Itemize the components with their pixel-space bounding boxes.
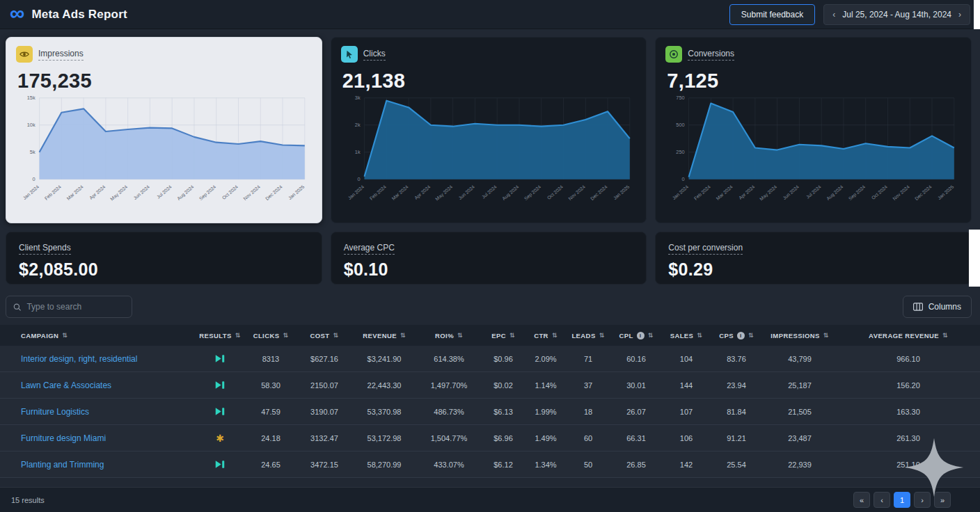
sort-icon: ⇅ (62, 332, 68, 339)
svg-text:Jul 2024: Jul 2024 (156, 184, 173, 200)
svg-text:Jan 2025: Jan 2025 (937, 184, 955, 201)
campaign-link[interactable]: Interior design, right, residential (21, 354, 137, 364)
stat-label: Client Spends (19, 243, 71, 255)
column-label: CLICKS (253, 332, 280, 339)
column-header-cpl[interactable]: CPLi⇅ (610, 332, 663, 339)
submit-feedback-button[interactable]: Submit feedback (729, 4, 815, 25)
campaign-link[interactable]: Furniture Logistics (21, 407, 89, 417)
sort-icon: ⇅ (509, 332, 515, 339)
svg-text:Jan 2024: Jan 2024 (672, 184, 690, 201)
column-header-campaign[interactable]: CAMPAIGN⇅ (0, 332, 195, 339)
chevron-left-icon[interactable]: ‹ (832, 10, 835, 19)
svg-text:5k: 5k (30, 149, 35, 155)
page-edge-strip (974, 0, 980, 29)
svg-text:Apr 2024: Apr 2024 (88, 184, 106, 201)
column-label: SALES (670, 332, 694, 339)
cell-average-revenue: 156.20 (837, 381, 980, 390)
column-header-results[interactable]: RESULTS⇅ (195, 332, 245, 339)
sort-icon: ⇅ (457, 332, 463, 339)
svg-text:Jun 2024: Jun 2024 (782, 184, 800, 201)
active-status-icon[interactable] (214, 354, 226, 363)
stat-label: Average CPC (344, 243, 395, 255)
column-header-revenue[interactable]: REVENUE⇅ (352, 332, 416, 339)
paused-status-icon[interactable]: ✱ (216, 433, 224, 444)
stat-card-cost-per-conversion: Cost per conversion$0.29 (655, 232, 972, 285)
prev-page-button[interactable]: ‹ (874, 492, 890, 508)
column-header-ctr[interactable]: CTR⇅ (525, 332, 567, 339)
sort-icon: ⇅ (552, 332, 558, 339)
cell-ctr: 1.34% (525, 461, 567, 469)
cell-results: ✱ (195, 433, 245, 444)
first-page-button[interactable]: « (853, 492, 870, 508)
column-header-impressions[interactable]: IMPRESSIONS⇅ (763, 332, 837, 339)
column-label: EPC (491, 332, 506, 339)
campaigns-table: CAMPAIGN⇅RESULTS⇅CLICKS⇅COST⇅REVENUE⇅ROI… (0, 325, 980, 478)
column-header-leads[interactable]: LEADS⇅ (567, 332, 610, 339)
svg-text:250: 250 (677, 149, 685, 155)
svg-text:10k: 10k (27, 122, 35, 128)
cell-roi: 1,504.77% (416, 434, 482, 442)
columns-button[interactable]: Columns (903, 296, 972, 318)
cell-sales: 106 (663, 434, 710, 442)
svg-text:Aug 2024: Aug 2024 (501, 184, 521, 202)
conversions-area-chart: 7505002500Jan 2024Feb 2024Mar 2024Apr 20… (665, 94, 961, 222)
column-header-epc[interactable]: EPC⇅ (482, 332, 525, 339)
kpi-value: 21,138 (342, 70, 637, 93)
column-label: CPL (619, 332, 633, 339)
kpi-label: Conversions (688, 49, 734, 61)
cell-sales: 144 (663, 381, 710, 390)
cell-leads: 60 (567, 434, 610, 442)
chevron-right-icon[interactable]: › (958, 10, 961, 19)
campaign-link[interactable]: Furniture design Miami (21, 433, 106, 443)
svg-text:May 2024: May 2024 (759, 184, 778, 202)
column-header-clicks[interactable]: CLICKS⇅ (245, 332, 297, 339)
target-icon (669, 49, 679, 59)
campaign-link[interactable]: Planting and Trimming (21, 460, 104, 470)
svg-text:Dec 2024: Dec 2024 (590, 184, 608, 201)
campaign-link[interactable]: Lawn Care & Associates (21, 381, 111, 390)
svg-text:Nov 2024: Nov 2024 (242, 184, 261, 201)
active-status-icon[interactable] (214, 460, 226, 469)
cell-average-revenue: 966.10 (837, 355, 980, 363)
svg-text:Sep 2024: Sep 2024 (198, 184, 218, 202)
active-status-icon[interactable] (214, 381, 226, 390)
column-header-average-revenue[interactable]: AVERAGE REVENUE⇅ (837, 332, 980, 339)
svg-text:Jan 2025: Jan 2025 (287, 184, 306, 201)
magnifier-icon (13, 303, 21, 312)
cell-cps: 91.21 (710, 434, 763, 442)
kpi-card-conversions[interactable]: Conversions7,1257505002500Jan 2024Feb 20… (655, 37, 972, 223)
column-label: COST (310, 332, 330, 339)
stat-card-average-cpc: Average CPC$0.10 (331, 232, 647, 285)
search-input[interactable] (26, 302, 125, 312)
sort-icon: ⇅ (283, 332, 288, 339)
column-label: CAMPAIGN (21, 332, 58, 339)
column-header-sales[interactable]: SALES⇅ (663, 332, 710, 339)
search-box[interactable] (6, 296, 132, 318)
stat-card-client-spends: Client Spends$2,085.00 (6, 232, 322, 285)
stat-card-row: Client Spends$2,085.00Average CPC$0.10Co… (0, 223, 980, 285)
column-label: CPS (719, 332, 734, 339)
cell-roi: 614.38% (416, 355, 482, 363)
date-range-button[interactable]: ‹ Jul 25, 2024 - Aug 14th, 2024 › (823, 4, 970, 25)
column-header-cost[interactable]: COST⇅ (297, 332, 352, 339)
stat-value: $2,085.00 (19, 259, 309, 280)
column-label: IMPRESSIONS (770, 332, 819, 339)
active-status-icon[interactable] (214, 407, 226, 416)
cell-cpl: 66.31 (610, 434, 663, 442)
cell-clicks: 47.59 (245, 408, 297, 416)
column-header-cps[interactable]: CPSi⇅ (710, 332, 763, 339)
cell-cpl: 26.07 (610, 408, 663, 416)
page-edge-strip (969, 230, 980, 287)
kpi-card-impressions[interactable]: Impressions175,23515k10k5k0Jan 2024Feb 2… (6, 37, 322, 223)
info-icon: i (737, 332, 745, 339)
column-header-roi-[interactable]: ROI%⇅ (416, 332, 482, 339)
svg-text:May 2024: May 2024 (109, 184, 129, 202)
svg-text:Jun 2024: Jun 2024 (457, 184, 475, 201)
target-icon-badge (665, 46, 682, 63)
svg-text:Jun 2024: Jun 2024 (132, 184, 150, 201)
cell-cps: 25.54 (710, 461, 763, 469)
svg-text:Nov 2024: Nov 2024 (892, 184, 911, 201)
cell-clicks: 24.18 (245, 434, 297, 442)
kpi-card-clicks[interactable]: Clicks21,1383k2k1k0Jan 2024Feb 2024Mar 2… (331, 37, 647, 223)
impressions-area-chart: 15k10k5k0Jan 2024Feb 2024Mar 2024Apr 202… (16, 94, 312, 222)
